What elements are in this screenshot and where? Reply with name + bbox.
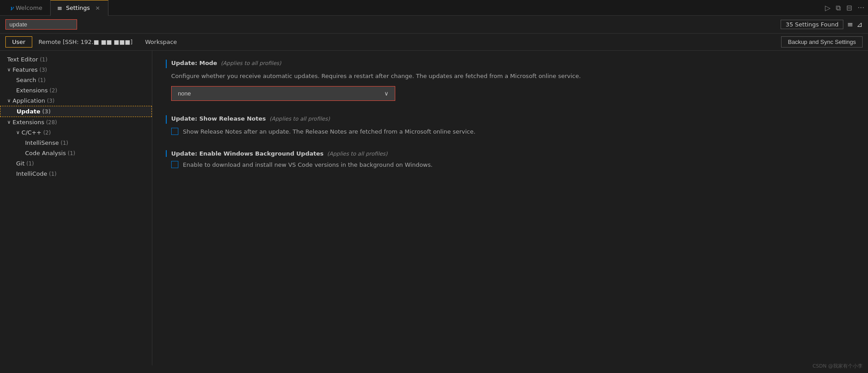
- setting-update-mode: Update: Mode (Applies to all profiles) C…: [166, 60, 855, 101]
- tab-remote[interactable]: Remote [SSH: 192.■ ■■ ■■■]: [32, 37, 139, 47]
- release-notes-checkbox-row: Show Release Notes after an update. The …: [166, 127, 855, 136]
- intellicode-label: IntelliCode: [16, 170, 47, 177]
- setting-release-notes: Update: Show Release Notes (Applies to a…: [166, 115, 855, 136]
- background-updates-subtitle: (Applies to all profiles): [327, 151, 388, 157]
- dropdown-arrow-icon: ∨: [378, 87, 395, 100]
- tab-user[interactable]: User: [5, 36, 32, 48]
- background-updates-label: Enable to download and install new VS Co…: [183, 160, 432, 169]
- setting-background-updates: Update: Enable Windows Background Update…: [166, 150, 855, 169]
- sidebar-item-extensions-main[interactable]: ∨ Extensions (28): [0, 117, 152, 127]
- sidebar-item-intellicode[interactable]: IntelliCode (1): [0, 169, 152, 179]
- tab-settings[interactable]: ≡ Settings ×: [50, 0, 108, 16]
- code-analysis-label: Code Analysis: [25, 150, 66, 156]
- update-mode-title-bar: Update: Mode (Applies to all profiles): [166, 60, 855, 68]
- release-notes-title: Update: Show Release Notes: [171, 115, 266, 122]
- run-icon[interactable]: ▷: [825, 4, 830, 12]
- more-icon[interactable]: ···: [858, 4, 864, 12]
- search-input-wrapper: [5, 19, 77, 30]
- welcome-tab-label: Welcome: [16, 4, 42, 11]
- settings-tab-close[interactable]: ×: [94, 4, 102, 12]
- sidebar-item-application[interactable]: ∨ Application (3): [0, 95, 152, 106]
- extensions-features-label: Extensions: [16, 87, 48, 94]
- sidebar-item-intellisense[interactable]: IntelliSense (1): [0, 138, 152, 148]
- update-mode-select[interactable]: none default manual start: [172, 87, 378, 100]
- settings-content: Update: Mode (Applies to all profiles) C…: [152, 51, 868, 365]
- filter-icon[interactable]: ⊿: [857, 20, 863, 29]
- extensions-main-label: Extensions: [13, 119, 44, 126]
- update-mode-title: Update: Mode: [171, 60, 217, 66]
- sidebar-item-features[interactable]: ∨ Features (3): [0, 65, 152, 75]
- sidebar-item-git[interactable]: Git (1): [0, 158, 152, 169]
- settings-found: 35 Settings Found ≡ ⊿: [781, 20, 863, 29]
- sidebar-item-update[interactable]: Update (3): [0, 106, 152, 117]
- search-bar: 35 Settings Found ≡ ⊿: [0, 16, 868, 34]
- sidebar-item-cpp[interactable]: ∨ C/C++ (2): [0, 127, 152, 138]
- split-icon[interactable]: ⧉: [836, 4, 841, 12]
- vscode-icon: 𝑣: [10, 4, 13, 12]
- update-mode-subtitle: (Applies to all profiles): [221, 60, 281, 66]
- features-arrow: ∨: [7, 67, 11, 73]
- update-mode-dropdown-wrapper: none default manual start ∨: [171, 86, 395, 101]
- cpp-arrow: ∨: [16, 130, 20, 135]
- titlebar-actions: ▷ ⧉ ⊟ ···: [825, 4, 864, 12]
- application-label: Application: [13, 97, 45, 104]
- sidebar-item-search[interactable]: Search (1): [0, 75, 152, 85]
- settings-tab-label: Settings: [66, 4, 90, 11]
- main-content: Text Editor (1) ∨ Features (3) Search (1…: [0, 51, 868, 365]
- git-label: Git: [16, 160, 25, 167]
- text-editor-label: Text Editor: [7, 56, 38, 63]
- search-label: Search: [16, 77, 36, 83]
- release-notes-title-bar: Update: Show Release Notes (Applies to a…: [166, 115, 855, 124]
- intellisense-label: IntelliSense: [25, 139, 59, 146]
- release-notes-checkbox[interactable]: [171, 128, 178, 135]
- scope-tab-bar: User Remote [SSH: 192.■ ■■ ■■■] Workspac…: [0, 34, 868, 51]
- sidebar-item-code-analysis[interactable]: Code Analysis (1): [0, 148, 152, 158]
- sidebar-item-extensions-features[interactable]: Extensions (2): [0, 85, 152, 95]
- titlebar: 𝑣 Welcome ≡ Settings × ▷ ⧉ ⊟ ···: [0, 0, 868, 16]
- tab-workspace[interactable]: Workspace: [139, 37, 183, 47]
- background-updates-title: Update: Enable Windows Background Update…: [171, 150, 324, 157]
- layout-icon[interactable]: ⊟: [846, 4, 852, 12]
- sort-icon[interactable]: ≡: [847, 20, 853, 29]
- backup-sync-button[interactable]: Backup and Sync Settings: [781, 36, 863, 48]
- watermark: CSDN @我家有个小李: [812, 363, 863, 369]
- release-notes-label: Show Release Notes after an update. The …: [183, 127, 475, 136]
- settings-found-badge: 35 Settings Found: [781, 20, 843, 29]
- background-updates-title-section: Update: Enable Windows Background Update…: [166, 150, 855, 157]
- sidebar-item-text-editor[interactable]: Text Editor (1): [0, 54, 152, 65]
- cpp-label: C/C++: [22, 129, 41, 136]
- application-arrow: ∨: [7, 98, 11, 104]
- settings-list-icon: ≡: [57, 4, 62, 12]
- tab-welcome[interactable]: 𝑣 Welcome: [4, 0, 48, 16]
- features-label: Features: [13, 66, 38, 73]
- update-mode-desc: Configure whether you receive automatic …: [166, 72, 855, 81]
- update-label: Update: [17, 108, 40, 115]
- background-updates-checkbox[interactable]: [171, 161, 178, 168]
- search-input[interactable]: [9, 21, 73, 28]
- sidebar: Text Editor (1) ∨ Features (3) Search (1…: [0, 51, 152, 365]
- extensions-arrow: ∨: [7, 119, 11, 125]
- release-notes-subtitle: (Applies to all profiles): [269, 116, 330, 122]
- background-updates-checkbox-row: Enable to download and install new VS Co…: [166, 160, 855, 169]
